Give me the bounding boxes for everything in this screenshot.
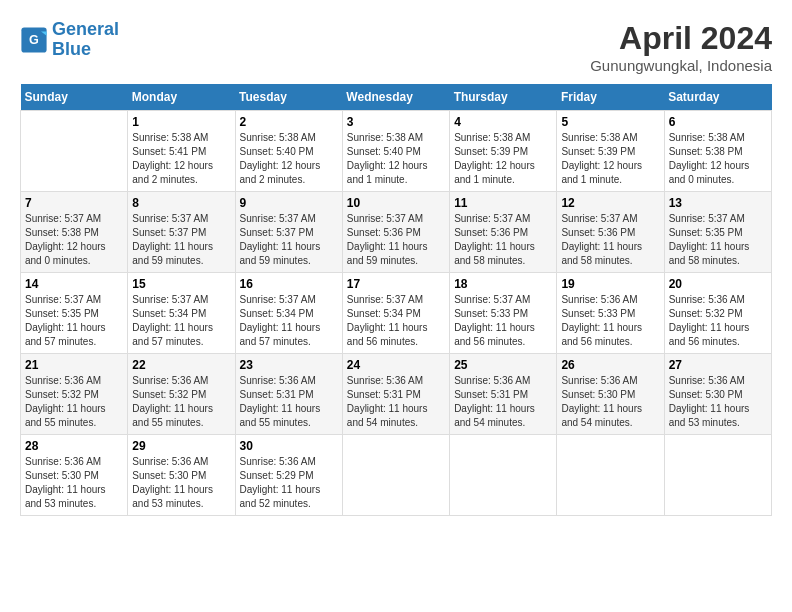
calendar-cell: 30Sunrise: 5:36 AM Sunset: 5:29 PM Dayli… — [235, 435, 342, 516]
header-day: Sunday — [21, 84, 128, 111]
day-info: Sunrise: 5:38 AM Sunset: 5:38 PM Dayligh… — [669, 131, 767, 187]
calendar-cell: 15Sunrise: 5:37 AM Sunset: 5:34 PM Dayli… — [128, 273, 235, 354]
day-number: 20 — [669, 277, 767, 291]
calendar-cell: 14Sunrise: 5:37 AM Sunset: 5:35 PM Dayli… — [21, 273, 128, 354]
day-info: Sunrise: 5:36 AM Sunset: 5:31 PM Dayligh… — [347, 374, 445, 430]
calendar-cell — [342, 435, 449, 516]
calendar-cell: 6Sunrise: 5:38 AM Sunset: 5:38 PM Daylig… — [664, 111, 771, 192]
day-number: 15 — [132, 277, 230, 291]
day-number: 7 — [25, 196, 123, 210]
day-info: Sunrise: 5:38 AM Sunset: 5:39 PM Dayligh… — [561, 131, 659, 187]
calendar-week: 7Sunrise: 5:37 AM Sunset: 5:38 PM Daylig… — [21, 192, 772, 273]
day-number: 2 — [240, 115, 338, 129]
logo: G General Blue — [20, 20, 119, 60]
day-info: Sunrise: 5:36 AM Sunset: 5:31 PM Dayligh… — [454, 374, 552, 430]
day-number: 9 — [240, 196, 338, 210]
day-number: 1 — [132, 115, 230, 129]
day-number: 14 — [25, 277, 123, 291]
day-number: 30 — [240, 439, 338, 453]
day-info: Sunrise: 5:36 AM Sunset: 5:30 PM Dayligh… — [561, 374, 659, 430]
calendar-cell: 16Sunrise: 5:37 AM Sunset: 5:34 PM Dayli… — [235, 273, 342, 354]
day-number: 28 — [25, 439, 123, 453]
day-number: 18 — [454, 277, 552, 291]
day-number: 11 — [454, 196, 552, 210]
day-number: 19 — [561, 277, 659, 291]
calendar-cell — [557, 435, 664, 516]
svg-text:G: G — [29, 33, 39, 47]
calendar-cell — [664, 435, 771, 516]
header-day: Saturday — [664, 84, 771, 111]
day-info: Sunrise: 5:36 AM Sunset: 5:33 PM Dayligh… — [561, 293, 659, 349]
calendar-cell: 7Sunrise: 5:37 AM Sunset: 5:38 PM Daylig… — [21, 192, 128, 273]
day-info: Sunrise: 5:37 AM Sunset: 5:35 PM Dayligh… — [25, 293, 123, 349]
day-number: 13 — [669, 196, 767, 210]
day-number: 8 — [132, 196, 230, 210]
calendar-cell: 1Sunrise: 5:38 AM Sunset: 5:41 PM Daylig… — [128, 111, 235, 192]
calendar-cell — [21, 111, 128, 192]
day-number: 27 — [669, 358, 767, 372]
day-info: Sunrise: 5:37 AM Sunset: 5:34 PM Dayligh… — [132, 293, 230, 349]
header-day: Monday — [128, 84, 235, 111]
calendar-cell: 4Sunrise: 5:38 AM Sunset: 5:39 PM Daylig… — [450, 111, 557, 192]
calendar-cell: 3Sunrise: 5:38 AM Sunset: 5:40 PM Daylig… — [342, 111, 449, 192]
day-number: 25 — [454, 358, 552, 372]
day-info: Sunrise: 5:38 AM Sunset: 5:39 PM Dayligh… — [454, 131, 552, 187]
logo-icon: G — [20, 26, 48, 54]
calendar-cell: 23Sunrise: 5:36 AM Sunset: 5:31 PM Dayli… — [235, 354, 342, 435]
day-number: 23 — [240, 358, 338, 372]
calendar-cell: 18Sunrise: 5:37 AM Sunset: 5:33 PM Dayli… — [450, 273, 557, 354]
calendar-week: 14Sunrise: 5:37 AM Sunset: 5:35 PM Dayli… — [21, 273, 772, 354]
header-day: Friday — [557, 84, 664, 111]
day-info: Sunrise: 5:37 AM Sunset: 5:36 PM Dayligh… — [561, 212, 659, 268]
day-number: 26 — [561, 358, 659, 372]
calendar-cell: 22Sunrise: 5:36 AM Sunset: 5:32 PM Dayli… — [128, 354, 235, 435]
calendar-cell: 5Sunrise: 5:38 AM Sunset: 5:39 PM Daylig… — [557, 111, 664, 192]
day-info: Sunrise: 5:37 AM Sunset: 5:34 PM Dayligh… — [347, 293, 445, 349]
day-info: Sunrise: 5:36 AM Sunset: 5:30 PM Dayligh… — [669, 374, 767, 430]
day-info: Sunrise: 5:38 AM Sunset: 5:41 PM Dayligh… — [132, 131, 230, 187]
day-info: Sunrise: 5:37 AM Sunset: 5:38 PM Dayligh… — [25, 212, 123, 268]
calendar-cell: 20Sunrise: 5:36 AM Sunset: 5:32 PM Dayli… — [664, 273, 771, 354]
location: Gunungwungkal, Indonesia — [590, 57, 772, 74]
day-info: Sunrise: 5:36 AM Sunset: 5:32 PM Dayligh… — [669, 293, 767, 349]
day-info: Sunrise: 5:37 AM Sunset: 5:37 PM Dayligh… — [132, 212, 230, 268]
calendar-week: 28Sunrise: 5:36 AM Sunset: 5:30 PM Dayli… — [21, 435, 772, 516]
day-number: 4 — [454, 115, 552, 129]
calendar-cell: 21Sunrise: 5:36 AM Sunset: 5:32 PM Dayli… — [21, 354, 128, 435]
day-number: 12 — [561, 196, 659, 210]
day-info: Sunrise: 5:37 AM Sunset: 5:34 PM Dayligh… — [240, 293, 338, 349]
calendar-cell: 25Sunrise: 5:36 AM Sunset: 5:31 PM Dayli… — [450, 354, 557, 435]
calendar-cell: 9Sunrise: 5:37 AM Sunset: 5:37 PM Daylig… — [235, 192, 342, 273]
calendar-cell: 11Sunrise: 5:37 AM Sunset: 5:36 PM Dayli… — [450, 192, 557, 273]
header-day: Tuesday — [235, 84, 342, 111]
calendar-cell: 17Sunrise: 5:37 AM Sunset: 5:34 PM Dayli… — [342, 273, 449, 354]
header-day: Thursday — [450, 84, 557, 111]
day-info: Sunrise: 5:36 AM Sunset: 5:30 PM Dayligh… — [25, 455, 123, 511]
calendar-week: 1Sunrise: 5:38 AM Sunset: 5:41 PM Daylig… — [21, 111, 772, 192]
day-info: Sunrise: 5:36 AM Sunset: 5:30 PM Dayligh… — [132, 455, 230, 511]
header-row: SundayMondayTuesdayWednesdayThursdayFrid… — [21, 84, 772, 111]
day-number: 17 — [347, 277, 445, 291]
day-number: 3 — [347, 115, 445, 129]
day-info: Sunrise: 5:37 AM Sunset: 5:35 PM Dayligh… — [669, 212, 767, 268]
calendar-cell: 2Sunrise: 5:38 AM Sunset: 5:40 PM Daylig… — [235, 111, 342, 192]
calendar-cell: 24Sunrise: 5:36 AM Sunset: 5:31 PM Dayli… — [342, 354, 449, 435]
logo-text: General Blue — [52, 20, 119, 60]
calendar-cell: 19Sunrise: 5:36 AM Sunset: 5:33 PM Dayli… — [557, 273, 664, 354]
day-number: 6 — [669, 115, 767, 129]
calendar-cell: 28Sunrise: 5:36 AM Sunset: 5:30 PM Dayli… — [21, 435, 128, 516]
day-number: 24 — [347, 358, 445, 372]
day-info: Sunrise: 5:36 AM Sunset: 5:31 PM Dayligh… — [240, 374, 338, 430]
month-title: April 2024 — [590, 20, 772, 57]
day-info: Sunrise: 5:38 AM Sunset: 5:40 PM Dayligh… — [240, 131, 338, 187]
calendar-cell: 10Sunrise: 5:37 AM Sunset: 5:36 PM Dayli… — [342, 192, 449, 273]
day-info: Sunrise: 5:37 AM Sunset: 5:33 PM Dayligh… — [454, 293, 552, 349]
day-info: Sunrise: 5:37 AM Sunset: 5:36 PM Dayligh… — [347, 212, 445, 268]
day-info: Sunrise: 5:38 AM Sunset: 5:40 PM Dayligh… — [347, 131, 445, 187]
day-info: Sunrise: 5:36 AM Sunset: 5:29 PM Dayligh… — [240, 455, 338, 511]
calendar-cell: 13Sunrise: 5:37 AM Sunset: 5:35 PM Dayli… — [664, 192, 771, 273]
header-day: Wednesday — [342, 84, 449, 111]
day-number: 16 — [240, 277, 338, 291]
calendar-cell: 12Sunrise: 5:37 AM Sunset: 5:36 PM Dayli… — [557, 192, 664, 273]
day-info: Sunrise: 5:36 AM Sunset: 5:32 PM Dayligh… — [25, 374, 123, 430]
